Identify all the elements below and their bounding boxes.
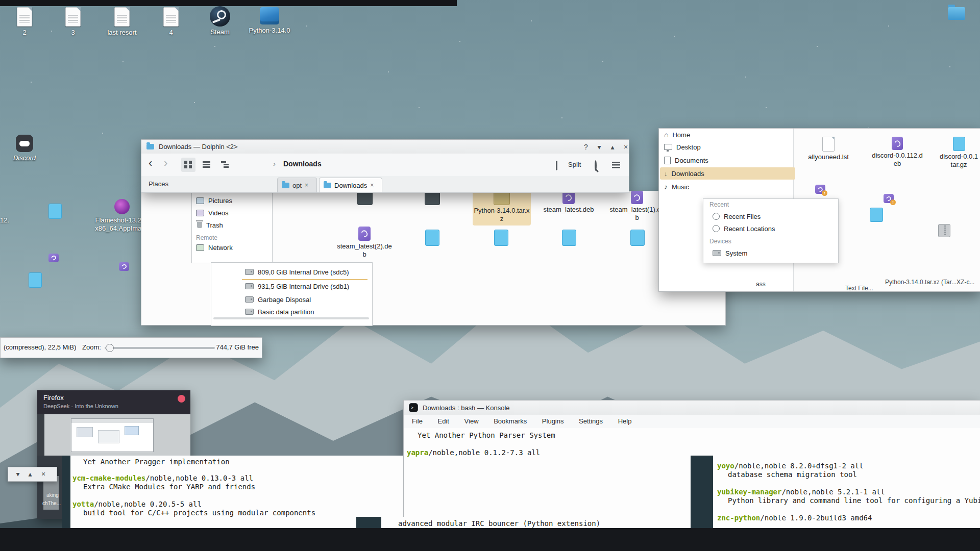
- close-button[interactable]: ×: [38, 470, 49, 478]
- device-item-sdc5[interactable]: 809,0 GiB Internal Drive (sdc5): [241, 266, 349, 278]
- sidebar-item-music[interactable]: ♪ Music: [660, 181, 795, 193]
- help-button[interactable]: ?: [580, 143, 592, 151]
- sidebar-item-pictures[interactable]: Pictures: [192, 194, 272, 207]
- file-steam1-deb[interactable]: steam_latest(1).deb: [609, 191, 665, 222]
- desktop-icon-2[interactable]: 2: [2, 7, 47, 37]
- menu-help[interactable]: Help: [618, 417, 632, 425]
- deb-icon-fragment[interactable]: [48, 254, 59, 262]
- zip-file-icon[interactable]: [938, 224, 950, 237]
- collapsed-titlebar[interactable]: ▾ ▴ ×: [8, 467, 57, 482]
- desktop-icon-python[interactable]: Python-3.14.0: [247, 7, 292, 35]
- desktop-icon-discord[interactable]: Discord: [3, 135, 46, 162]
- sidebar-item-recent-files[interactable]: Recent Files: [708, 210, 761, 222]
- terminal-line: ycm-cmake-modules/noble,noble 0.13.0-3 a…: [72, 474, 253, 483]
- cyan-file-icon[interactable]: [48, 204, 62, 219]
- terminal-line: Yet Another Python Parser System: [407, 431, 555, 440]
- horizontal-scrollbar[interactable]: [213, 317, 369, 319]
- desktop-icon-4[interactable]: 4: [149, 7, 193, 37]
- icons-view-button[interactable]: [184, 161, 192, 168]
- terminal-line: Yet Another Pragger implementation: [72, 458, 230, 466]
- file-python-tarball[interactable]: Python-3.14.0.tar.xz: [473, 191, 531, 226]
- hamburger-menu-icon[interactable]: [612, 162, 620, 168]
- cyan-file-icon[interactable]: [562, 230, 576, 246]
- file-icon[interactable]: [425, 192, 440, 205]
- device-item-sdb1[interactable]: 931,5 GiB Internal Drive (sdb1): [241, 280, 349, 292]
- sidebar-item-desktop[interactable]: Desktop: [660, 141, 795, 153]
- file-name: steam_latest.deb: [543, 206, 594, 214]
- sidebar-item-recent-locations[interactable]: Recent Locations: [708, 222, 775, 235]
- zoom-slider-track[interactable]: [105, 347, 215, 349]
- minimize-button[interactable]: ▾: [594, 143, 605, 151]
- sidebar-item-downloads[interactable]: ↓ Downloads: [660, 167, 795, 180]
- titlebar[interactable]: >_ Downloads : bash — Konsole: [404, 400, 980, 415]
- search-icon[interactable]: [595, 160, 597, 171]
- folder-icon: [282, 183, 289, 188]
- desktop-icon-folder[interactable]: [948, 7, 965, 20]
- cyan-file-icon[interactable]: [494, 230, 508, 246]
- deb-icon-fragment[interactable]: [119, 262, 129, 271]
- titlebar[interactable]: Downloads — Dolphin <2> ? ▾ ▴ ×: [141, 140, 629, 154]
- pip-video-strip[interactable]: aking chThe...: [37, 456, 62, 519]
- home-icon: ⌂: [664, 131, 668, 139]
- tab-close-icon[interactable]: ×: [370, 182, 374, 189]
- places-header: Places: [149, 180, 168, 188]
- file-steam-deb[interactable]: steam_latest.deb: [541, 191, 597, 214]
- maximize-button[interactable]: ▴: [24, 470, 36, 478]
- terminal-line: yotta/noble,noble 0.20.5-5 all: [72, 500, 202, 509]
- desktop-icon-3[interactable]: 3: [51, 7, 95, 37]
- toolbar: ‹ › › Downloads Split: [141, 154, 629, 177]
- cyan-file-icon[interactable]: [425, 230, 439, 246]
- file-steam2-deb[interactable]: steam_latest(2).deb: [336, 227, 393, 259]
- file-discord-deb[interactable]: discord-0.0.112.deb: [872, 137, 923, 168]
- pip-video[interactable]: [37, 414, 190, 456]
- tab-close-icon[interactable]: ×: [305, 182, 308, 189]
- device-item-garbage[interactable]: Garbage Disposal: [241, 293, 311, 306]
- close-button[interactable]: ×: [620, 143, 631, 151]
- document-icon: [114, 7, 130, 27]
- desktop-icon-last-resort[interactable]: last resort: [100, 7, 144, 37]
- tab-downloads[interactable]: Downloads ×: [319, 178, 382, 192]
- menu-view[interactable]: View: [464, 417, 479, 425]
- sidebar-item-network[interactable]: Network: [192, 241, 272, 254]
- sidebar-item-label: Downloads: [672, 170, 704, 178]
- menu-file[interactable]: File: [412, 417, 423, 425]
- sidebar-item-trash[interactable]: Trash: [192, 219, 272, 231]
- cyan-file-icon[interactable]: [630, 230, 645, 246]
- tab-opt[interactable]: opt ×: [277, 178, 317, 192]
- breadcrumb[interactable]: Downloads: [283, 160, 322, 168]
- file-name: Python-3.14.0.tar.xz: [474, 207, 530, 223]
- file-discord-targz[interactable]: discord-0.0.1 tar.gz: [937, 137, 980, 169]
- cyan-file-icon[interactable]: [870, 208, 883, 222]
- close-icon[interactable]: [178, 395, 185, 403]
- places-panel: Pictures Videos Trash Remote Network: [191, 192, 273, 263]
- file-allyouneed[interactable]: allyouneed.lst: [803, 137, 854, 161]
- terminal-fragment-left[interactable]: Yet Another Pragger implementation ycm-c…: [70, 456, 403, 531]
- menu-bookmarks[interactable]: Bookmarks: [494, 417, 527, 425]
- cyan-file-icon[interactable]: [29, 272, 42, 288]
- document-icon: [163, 7, 179, 27]
- maximize-button[interactable]: ▴: [607, 143, 618, 151]
- folder-icon: [324, 183, 331, 188]
- device-item-basic-data[interactable]: Basic data partition: [241, 306, 314, 318]
- compact-view-button[interactable]: [203, 161, 210, 168]
- sidebar-item-documents[interactable]: Documents: [660, 154, 795, 166]
- sidebar-item-videos[interactable]: Videos: [192, 207, 272, 219]
- deb-icon-fragment[interactable]: !: [884, 194, 894, 203]
- sidebar-item-system[interactable]: System: [708, 247, 747, 259]
- back-button[interactable]: ‹: [149, 157, 152, 170]
- forward-button[interactable]: ›: [164, 157, 167, 170]
- trash-icon: [197, 222, 202, 228]
- sidebar-item-home[interactable]: ⌂ Home: [660, 129, 795, 141]
- menu-plugins[interactable]: Plugins: [542, 417, 564, 425]
- menu-settings[interactable]: Settings: [579, 417, 603, 425]
- zoom-slider-handle[interactable]: [106, 344, 114, 352]
- desktop-icon-steam[interactable]: Steam: [198, 6, 242, 36]
- split-button[interactable]: Split: [568, 161, 581, 168]
- minimize-button[interactable]: ▾: [12, 470, 23, 478]
- file-icon[interactable]: [357, 192, 373, 205]
- terminal-fragment-right[interactable]: yoyo/noble,noble 8.2.0+dfsg1-2 all datab…: [713, 456, 980, 531]
- menu-edit[interactable]: Edit: [438, 417, 449, 425]
- details-view-button[interactable]: [221, 161, 229, 168]
- pip-header[interactable]: Firefox DeepSeek - Into the Unknown: [37, 390, 190, 414]
- deb-icon-fragment[interactable]: !: [815, 185, 825, 194]
